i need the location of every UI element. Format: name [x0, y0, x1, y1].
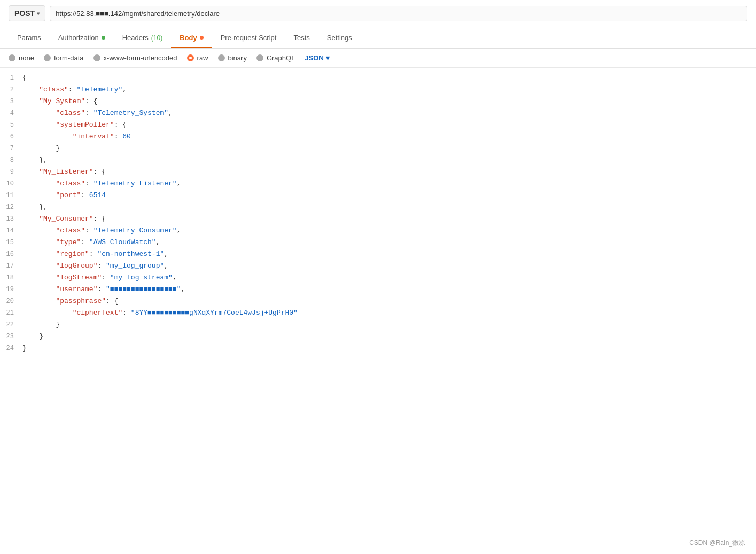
json-selector[interactable]: JSON ▾ [305, 54, 329, 62]
radio-form-data-label: form-data [54, 54, 84, 62]
code-line: 15 "type": "AWS_CloudWatch", [0, 237, 756, 248]
radio-form-data[interactable]: form-data [44, 54, 84, 62]
radio-binary-label: binary [228, 54, 247, 62]
line-number: 3 [0, 96, 22, 107]
line-content: } [22, 342, 756, 354]
tab-pre-request-label: Pre-request Script [221, 34, 277, 42]
url-bar: POST ▾ [0, 0, 756, 27]
line-number: 21 [0, 307, 22, 319]
line-content: "class": "Telemetry_Listener", [22, 178, 756, 190]
radio-urlencoded-circle [93, 54, 100, 61]
line-number: 20 [0, 295, 22, 307]
tab-body[interactable]: Body [171, 27, 212, 48]
line-number: 19 [0, 284, 22, 295]
line-content: "type": "AWS_CloudWatch", [22, 237, 756, 248]
radio-form-data-circle [44, 54, 51, 61]
line-content: { [22, 72, 756, 84]
line-number: 10 [0, 178, 22, 190]
radio-graphql-label: GraphQL [267, 54, 295, 62]
code-line: 7 } [0, 143, 756, 154]
headers-badge: (10) [151, 34, 162, 42]
tab-tests-label: Tests [293, 34, 309, 42]
code-line: 2 "class": "Telemetry", [0, 84, 756, 96]
code-line: 6 "interval": 60 [0, 131, 756, 143]
code-line: 5 "systemPoller": { [0, 119, 756, 131]
code-line: 16 "region": "cn-northwest-1", [0, 248, 756, 260]
line-content: }, [22, 201, 756, 213]
line-content: "cipherText": "8YY■■■■■■■■■■gNXqXYrm7Coe… [22, 307, 756, 319]
code-line: 3 "My_System": { [0, 96, 756, 107]
code-line: 4 "class": "Telemetry_System", [0, 107, 756, 119]
radio-binary-circle [218, 54, 225, 61]
line-number: 5 [0, 119, 22, 131]
code-editor[interactable]: 1{2 "class": "Telemetry",3 "My_System": … [0, 68, 756, 358]
code-line: 10 "class": "Telemetry_Listener", [0, 178, 756, 190]
url-input[interactable] [50, 6, 747, 21]
line-content: } [22, 331, 756, 342]
line-number: 16 [0, 248, 22, 260]
line-number: 22 [0, 319, 22, 331]
radio-none-label: none [19, 54, 34, 62]
line-number: 11 [0, 190, 22, 201]
tabs-row: Params Authorization Headers (10) Body P… [0, 27, 756, 49]
line-number: 17 [0, 260, 22, 272]
radio-none[interactable]: none [9, 54, 34, 62]
radio-none-circle [9, 54, 15, 61]
line-number: 12 [0, 201, 22, 213]
tab-authorization[interactable]: Authorization [50, 27, 114, 48]
line-content: "logGroup": "my_log_group", [22, 260, 756, 272]
code-line: 17 "logGroup": "my_log_group", [0, 260, 756, 272]
tab-headers-label: Headers [122, 34, 149, 42]
line-number: 13 [0, 213, 22, 225]
line-number: 24 [0, 342, 22, 354]
line-number: 4 [0, 107, 22, 119]
code-line: 21 "cipherText": "8YY■■■■■■■■■■gNXqXYrm7… [0, 307, 756, 319]
tab-params[interactable]: Params [9, 27, 50, 48]
line-number: 14 [0, 225, 22, 237]
line-content: "My_System": { [22, 96, 756, 107]
line-content: "systemPoller": { [22, 119, 756, 131]
line-content: "username": "■■■■■■■■■■■■■■■■", [22, 284, 756, 295]
code-line: 23 } [0, 331, 756, 342]
code-line: 22 } [0, 319, 756, 331]
line-number: 18 [0, 272, 22, 284]
code-line: 24} [0, 342, 756, 354]
line-content: "My_Consumer": { [22, 213, 756, 225]
line-content: "My_Listener": { [22, 166, 756, 178]
code-line: 13 "My_Consumer": { [0, 213, 756, 225]
method-chevron: ▾ [37, 11, 40, 17]
code-line: 14 "class": "Telemetry_Consumer", [0, 225, 756, 237]
line-content: "passphrase": { [22, 295, 756, 307]
tab-tests[interactable]: Tests [285, 27, 318, 48]
code-line: 8 }, [0, 154, 756, 166]
line-content: } [22, 319, 756, 331]
line-number: 15 [0, 237, 22, 248]
radio-raw[interactable]: raw [187, 54, 208, 62]
method-selector[interactable]: POST ▾ [9, 5, 45, 21]
tab-pre-request[interactable]: Pre-request Script [212, 27, 285, 48]
line-number: 9 [0, 166, 22, 178]
line-content: "class": "Telemetry", [22, 84, 756, 96]
authorization-dot [102, 36, 105, 40]
body-type-row: none form-data x-www-form-urlencoded raw… [0, 49, 756, 68]
line-content: "class": "Telemetry_Consumer", [22, 225, 756, 237]
tab-settings-label: Settings [327, 34, 352, 42]
tab-settings[interactable]: Settings [318, 27, 361, 48]
line-content: "logStream": "my_log_stream", [22, 272, 756, 284]
tab-params-label: Params [17, 34, 41, 42]
line-content: "class": "Telemetry_System", [22, 107, 756, 119]
radio-graphql[interactable]: GraphQL [256, 54, 295, 62]
body-dot [200, 36, 204, 40]
code-line: 20 "passphrase": { [0, 295, 756, 307]
radio-raw-circle [187, 54, 194, 61]
radio-urlencoded[interactable]: x-www-form-urlencoded [93, 54, 177, 62]
line-number: 6 [0, 131, 22, 143]
line-number: 1 [0, 72, 22, 84]
radio-graphql-circle [256, 54, 263, 61]
tab-authorization-label: Authorization [58, 34, 99, 42]
method-label: POST [14, 9, 35, 18]
radio-binary[interactable]: binary [218, 54, 247, 62]
tab-headers[interactable]: Headers (10) [114, 27, 171, 48]
line-content: "region": "cn-northwest-1", [22, 248, 756, 260]
line-number: 8 [0, 154, 22, 166]
